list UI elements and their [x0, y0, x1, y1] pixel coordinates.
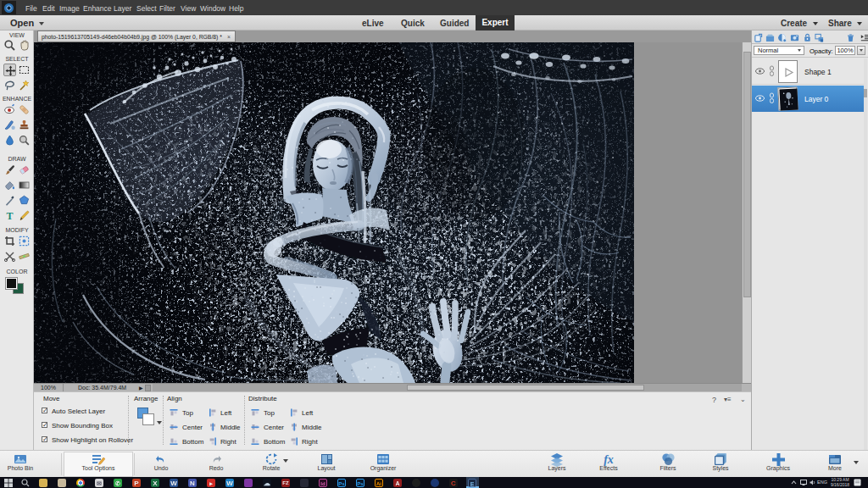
svg-text:fx: fx	[604, 453, 614, 466]
svg-text:T: T	[6, 210, 13, 222]
